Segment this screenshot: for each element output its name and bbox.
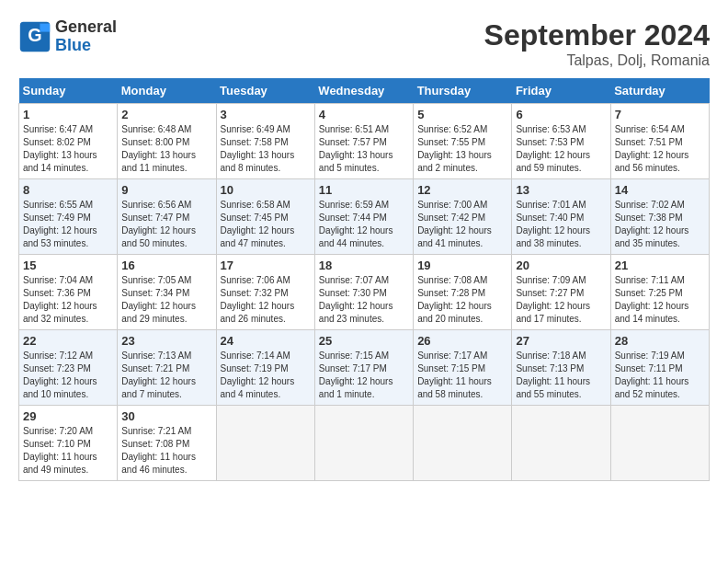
calendar-cell: [610, 406, 709, 481]
day-info: Sunrise: 7:05 AM Sunset: 7:34 PM Dayligh…: [121, 274, 211, 326]
calendar-cell: 13 Sunrise: 7:01 AM Sunset: 7:40 PM Dayl…: [512, 179, 610, 255]
svg-marker-2: [40, 23, 50, 31]
calendar-cell: 12 Sunrise: 7:00 AM Sunset: 7:42 PM Dayl…: [414, 179, 512, 255]
header-monday: Monday: [118, 78, 216, 104]
day-info: Sunrise: 7:08 AM Sunset: 7:28 PM Dayligh…: [417, 274, 507, 326]
day-number: 6: [516, 108, 606, 121]
header-friday: Friday: [512, 78, 610, 104]
day-info: Sunrise: 6:55 AM Sunset: 7:49 PM Dayligh…: [23, 199, 113, 250]
day-info: Sunrise: 7:12 AM Sunset: 7:23 PM Dayligh…: [23, 350, 113, 401]
weekday-header-row: Sunday Monday Tuesday Wednesday Thursday…: [19, 78, 710, 104]
day-number: 27: [516, 334, 606, 348]
day-number: 3: [221, 108, 311, 121]
day-number: 4: [319, 108, 409, 121]
logo-text: General Blue: [55, 18, 117, 55]
header-wednesday: Wednesday: [314, 78, 413, 104]
day-number: 11: [319, 183, 409, 197]
calendar-cell: 26 Sunrise: 7:17 AM Sunset: 7:15 PM Dayl…: [414, 330, 512, 406]
week-row: 8 Sunrise: 6:55 AM Sunset: 7:49 PM Dayli…: [19, 179, 710, 255]
header-tuesday: Tuesday: [216, 78, 314, 104]
day-info: Sunrise: 7:14 AM Sunset: 7:19 PM Dayligh…: [221, 350, 311, 401]
week-row: 15 Sunrise: 7:04 AM Sunset: 7:36 PM Dayl…: [19, 255, 710, 330]
calendar-cell: 15 Sunrise: 7:04 AM Sunset: 7:36 PM Dayl…: [19, 255, 118, 330]
day-number: 20: [516, 259, 606, 272]
calendar-cell: 28 Sunrise: 7:19 AM Sunset: 7:11 PM Dayl…: [610, 330, 709, 406]
day-number: 26: [417, 334, 507, 348]
calendar-cell: 23 Sunrise: 7:13 AM Sunset: 7:21 PM Dayl…: [118, 330, 216, 406]
calendar-cell: 19 Sunrise: 7:08 AM Sunset: 7:28 PM Dayl…: [414, 255, 512, 330]
svg-text:G: G: [28, 25, 41, 45]
day-info: Sunrise: 6:47 AM Sunset: 8:02 PM Dayligh…: [23, 123, 113, 175]
header-saturday: Saturday: [610, 78, 709, 104]
day-number: 15: [23, 259, 113, 272]
day-info: Sunrise: 7:13 AM Sunset: 7:21 PM Dayligh…: [121, 350, 211, 401]
calendar-table: Sunday Monday Tuesday Wednesday Thursday…: [18, 78, 710, 481]
day-number: 23: [121, 334, 211, 348]
header-thursday: Thursday: [414, 78, 512, 104]
day-number: 19: [417, 259, 507, 272]
calendar-cell: 22 Sunrise: 7:12 AM Sunset: 7:23 PM Dayl…: [19, 330, 118, 406]
month-title: September 2024: [484, 18, 710, 52]
day-number: 8: [23, 183, 113, 197]
day-number: 18: [319, 259, 409, 272]
calendar-cell: 20 Sunrise: 7:09 AM Sunset: 7:27 PM Dayl…: [512, 255, 610, 330]
day-number: 12: [417, 183, 507, 197]
day-info: Sunrise: 7:04 AM Sunset: 7:36 PM Dayligh…: [23, 274, 113, 326]
day-info: Sunrise: 7:20 AM Sunset: 7:10 PM Dayligh…: [23, 425, 113, 477]
day-number: 9: [121, 183, 211, 197]
day-number: 10: [221, 183, 311, 197]
calendar-cell: [414, 406, 512, 481]
calendar-cell: 14 Sunrise: 7:02 AM Sunset: 7:38 PM Dayl…: [610, 179, 709, 255]
calendar-cell: 27 Sunrise: 7:18 AM Sunset: 7:13 PM Dayl…: [512, 330, 610, 406]
day-info: Sunrise: 7:07 AM Sunset: 7:30 PM Dayligh…: [319, 274, 409, 326]
header-sunday: Sunday: [19, 78, 118, 104]
calendar-cell: 10 Sunrise: 6:58 AM Sunset: 7:45 PM Dayl…: [216, 179, 314, 255]
title-block: September 2024 Talpas, Dolj, Romania: [484, 18, 710, 69]
day-info: Sunrise: 7:02 AM Sunset: 7:38 PM Dayligh…: [615, 199, 705, 250]
calendar-cell: 18 Sunrise: 7:07 AM Sunset: 7:30 PM Dayl…: [314, 255, 413, 330]
day-info: Sunrise: 7:19 AM Sunset: 7:11 PM Dayligh…: [615, 350, 705, 401]
day-number: 29: [23, 409, 113, 423]
day-info: Sunrise: 7:21 AM Sunset: 7:08 PM Dayligh…: [121, 425, 211, 477]
logo: G General Blue: [18, 18, 117, 55]
day-number: 13: [516, 183, 606, 197]
calendar-cell: [512, 406, 610, 481]
day-info: Sunrise: 7:11 AM Sunset: 7:25 PM Dayligh…: [615, 274, 705, 326]
calendar-cell: 4 Sunrise: 6:51 AM Sunset: 7:57 PM Dayli…: [314, 104, 413, 179]
calendar-cell: [216, 406, 314, 481]
day-info: Sunrise: 7:17 AM Sunset: 7:15 PM Dayligh…: [417, 350, 507, 401]
week-row: 22 Sunrise: 7:12 AM Sunset: 7:23 PM Dayl…: [19, 330, 710, 406]
day-info: Sunrise: 7:18 AM Sunset: 7:13 PM Dayligh…: [516, 350, 606, 401]
calendar-cell: 24 Sunrise: 7:14 AM Sunset: 7:19 PM Dayl…: [216, 330, 314, 406]
calendar-cell: 2 Sunrise: 6:48 AM Sunset: 8:00 PM Dayli…: [118, 104, 216, 179]
calendar-cell: [314, 406, 413, 481]
logo-icon: G: [18, 20, 51, 53]
day-info: Sunrise: 7:15 AM Sunset: 7:17 PM Dayligh…: [319, 350, 409, 401]
calendar-cell: 9 Sunrise: 6:56 AM Sunset: 7:47 PM Dayli…: [118, 179, 216, 255]
day-info: Sunrise: 7:00 AM Sunset: 7:42 PM Dayligh…: [417, 199, 507, 250]
week-row: 1 Sunrise: 6:47 AM Sunset: 8:02 PM Dayli…: [19, 104, 710, 179]
day-info: Sunrise: 6:48 AM Sunset: 8:00 PM Dayligh…: [121, 123, 211, 175]
calendar-cell: 6 Sunrise: 6:53 AM Sunset: 7:53 PM Dayli…: [512, 104, 610, 179]
location: Talpas, Dolj, Romania: [484, 52, 710, 69]
page-header: G General Blue September 2024 Talpas, Do…: [18, 18, 710, 69]
calendar-cell: 1 Sunrise: 6:47 AM Sunset: 8:02 PM Dayli…: [19, 104, 118, 179]
calendar-cell: 29 Sunrise: 7:20 AM Sunset: 7:10 PM Dayl…: [19, 406, 118, 481]
day-info: Sunrise: 6:54 AM Sunset: 7:51 PM Dayligh…: [615, 123, 705, 175]
day-number: 21: [615, 259, 705, 272]
day-number: 16: [121, 259, 211, 272]
calendar-cell: 7 Sunrise: 6:54 AM Sunset: 7:51 PM Dayli…: [610, 104, 709, 179]
day-info: Sunrise: 7:06 AM Sunset: 7:32 PM Dayligh…: [221, 274, 311, 326]
calendar-cell: 5 Sunrise: 6:52 AM Sunset: 7:55 PM Dayli…: [414, 104, 512, 179]
day-number: 25: [319, 334, 409, 348]
calendar-cell: 21 Sunrise: 7:11 AM Sunset: 7:25 PM Dayl…: [610, 255, 709, 330]
day-info: Sunrise: 7:09 AM Sunset: 7:27 PM Dayligh…: [516, 274, 606, 326]
day-info: Sunrise: 6:58 AM Sunset: 7:45 PM Dayligh…: [221, 199, 311, 250]
day-number: 28: [615, 334, 705, 348]
week-row: 29 Sunrise: 7:20 AM Sunset: 7:10 PM Dayl…: [19, 406, 710, 481]
calendar-cell: 30 Sunrise: 7:21 AM Sunset: 7:08 PM Dayl…: [118, 406, 216, 481]
calendar-cell: 8 Sunrise: 6:55 AM Sunset: 7:49 PM Dayli…: [19, 179, 118, 255]
day-number: 7: [615, 108, 705, 121]
day-info: Sunrise: 6:51 AM Sunset: 7:57 PM Dayligh…: [319, 123, 409, 175]
calendar-cell: 25 Sunrise: 7:15 AM Sunset: 7:17 PM Dayl…: [314, 330, 413, 406]
